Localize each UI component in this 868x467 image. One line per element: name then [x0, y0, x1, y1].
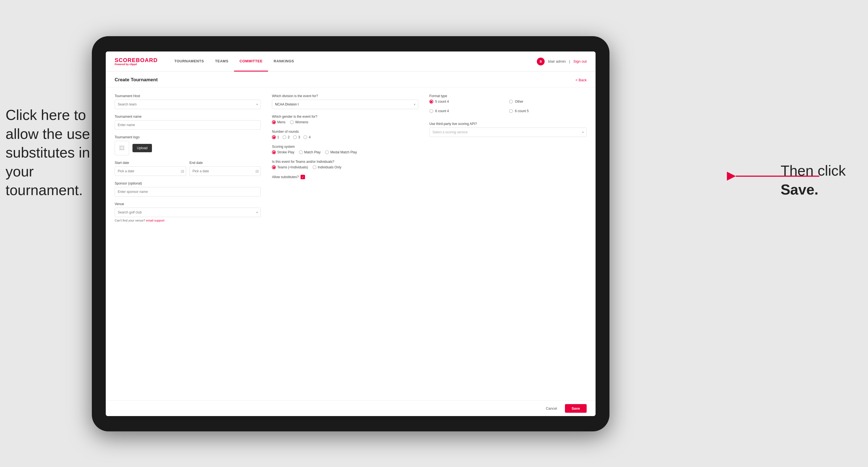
scoring-match[interactable]: Match Play	[299, 150, 320, 154]
gender-womens-radio[interactable]	[290, 120, 294, 124]
start-date-wrap	[115, 166, 186, 176]
substitutes-checkbox-item[interactable]: Allow substitutes? ✓	[272, 175, 418, 179]
end-date-wrap	[189, 166, 261, 176]
form-col-3: Format type 5 count 4 Other	[429, 94, 587, 228]
scoring-radio-group: Stroke Play Match Play Medal Match Play	[272, 150, 418, 154]
email-support-link[interactable]: email support	[146, 219, 164, 222]
rounds-1[interactable]: 1	[272, 135, 279, 139]
scoring-medal-label: Medal Match Play	[330, 150, 357, 154]
format-6count4-radio[interactable]	[429, 109, 433, 113]
rounds-1-label: 1	[277, 135, 279, 139]
scoring-stroke[interactable]: Stroke Play	[272, 150, 294, 154]
format-5count4-label: 5 count 4	[435, 100, 449, 103]
event-type-individuals[interactable]: Individuals Only	[312, 165, 341, 169]
rounds-3-radio[interactable]	[293, 135, 297, 139]
form-body: Tournament Host Tournament name Tourname…	[106, 87, 595, 234]
tournament-name-label: Tournament name	[115, 115, 261, 119]
venue-select-wrapper	[115, 208, 261, 217]
substitutes-label: Allow substitutes?	[272, 175, 299, 179]
sponsor-group: Sponsor (optional)	[115, 182, 261, 196]
annotation-arrow-right	[736, 169, 819, 183]
gender-label: Which gender is the event for?	[272, 115, 418, 119]
rounds-4-radio[interactable]	[303, 135, 307, 139]
tournament-logo-group: Tournament logo 🖼 Upload	[115, 135, 261, 155]
format-5count4[interactable]: 5 count 4	[429, 100, 507, 103]
tournament-name-input[interactable]	[115, 120, 261, 130]
rounds-1-radio[interactable]	[272, 135, 276, 139]
scoring-api-select-wrapper: Select a scoring service	[429, 127, 587, 137]
scoring-match-radio[interactable]	[299, 150, 303, 154]
end-date-label: End date	[189, 161, 261, 165]
start-date-label: Start date	[115, 161, 186, 165]
event-type-teams-label: Teams (+Individuals)	[277, 165, 308, 169]
rounds-2-label: 2	[288, 135, 290, 139]
format-6count5-radio[interactable]	[509, 109, 513, 113]
gender-group: Which gender is the event for? Mens Wome…	[272, 115, 418, 124]
format-6count4-label: 6 count 4	[435, 109, 449, 113]
division-select[interactable]: NCAA Division I	[272, 100, 418, 109]
tournament-host-group: Tournament Host	[115, 94, 261, 109]
sponsor-input[interactable]	[115, 187, 261, 196]
format-other-radio[interactable]	[509, 100, 513, 103]
venue-input[interactable]	[115, 208, 261, 217]
format-type-label: Format type	[429, 94, 587, 98]
cancel-button[interactable]: Cancel	[541, 404, 561, 413]
scoring-match-label: Match Play	[304, 150, 320, 154]
save-button[interactable]: Save	[565, 404, 587, 413]
event-type-group: Is this event for Teams and/or Individua…	[272, 160, 418, 169]
end-date-input[interactable]	[189, 166, 261, 176]
event-type-teams-radio[interactable]	[272, 165, 276, 169]
gender-mens-label: Mens	[277, 120, 285, 124]
nav-tournaments[interactable]: TOURNAMENTS	[168, 52, 209, 71]
scoring-stroke-radio[interactable]	[272, 150, 276, 154]
venue-group: Venue Can't find your venue? email suppo…	[115, 202, 261, 222]
nav-rankings[interactable]: RANKINGS	[268, 52, 300, 71]
rounds-3[interactable]: 3	[293, 135, 300, 139]
nav-separator: |	[569, 59, 570, 63]
logo-area: SCOREBOARD Powered by clippd	[115, 57, 157, 66]
upload-button[interactable]: Upload	[132, 144, 152, 152]
scoring-medal[interactable]: Medal Match Play	[325, 150, 357, 154]
scoring-api-select[interactable]: Select a scoring service	[429, 127, 587, 137]
event-type-label: Is this event for Teams and/or Individua…	[272, 160, 418, 164]
logo-powered: Powered by clippd	[115, 63, 157, 66]
format-6count4[interactable]: 6 count 4	[429, 109, 507, 113]
rounds-2-radio[interactable]	[282, 135, 286, 139]
page-footer: Cancel Save	[106, 401, 595, 416]
tablet-screen: SCOREBOARD Powered by clippd TOURNAMENTS…	[106, 52, 595, 416]
scoring-api-label: Use third-party live scoring API?	[429, 122, 587, 126]
back-button[interactable]: < Back	[576, 78, 587, 82]
nav-teams[interactable]: TEAMS	[210, 52, 234, 71]
nav-links: TOURNAMENTS TEAMS COMMITTEE RANKINGS	[168, 52, 537, 71]
scoring-api-group: Use third-party live scoring API? Select…	[429, 122, 587, 137]
format-type-group: Format type 5 count 4 Other	[429, 94, 587, 116]
rounds-radio-group: 1 2 3 4	[272, 135, 418, 139]
gender-mens[interactable]: Mens	[272, 120, 285, 124]
gender-womens[interactable]: Womens	[290, 120, 308, 124]
format-other[interactable]: Other	[509, 100, 587, 103]
format-6count5[interactable]: 6 count 5	[509, 109, 587, 113]
nav-right: B blair admin | Sign out	[537, 58, 587, 65]
gender-mens-radio[interactable]	[272, 120, 276, 124]
event-type-teams[interactable]: Teams (+Individuals)	[272, 165, 308, 169]
start-date-input[interactable]	[115, 166, 186, 176]
format-5count4-radio[interactable]	[429, 100, 433, 103]
tournament-host-input[interactable]	[115, 100, 261, 109]
rounds-4[interactable]: 4	[303, 135, 311, 139]
rounds-2[interactable]: 2	[282, 135, 290, 139]
substitutes-checkbox[interactable]: ✓	[301, 175, 305, 179]
date-row: Start date End date	[115, 161, 261, 176]
event-type-individuals-radio[interactable]	[312, 165, 316, 169]
venue-label: Venue	[115, 202, 261, 206]
format-options-grid: 5 count 4 Other 6 count 4	[429, 100, 587, 116]
event-type-individuals-label: Individuals Only	[318, 165, 341, 169]
nav-committee[interactable]: COMMITTEE	[234, 52, 268, 71]
logo-scoreboard: SCOREBOARD	[115, 57, 157, 63]
start-date-group: Start date	[115, 161, 186, 176]
scoring-label: Scoring system	[272, 145, 418, 149]
logo-upload-area: 🖼 Upload	[115, 141, 261, 155]
scoring-medal-radio[interactable]	[325, 150, 329, 154]
sign-out-link[interactable]: Sign out	[573, 59, 587, 63]
tournament-host-wrapper	[115, 100, 261, 109]
division-group: Which division is the event for? NCAA Di…	[272, 94, 418, 109]
